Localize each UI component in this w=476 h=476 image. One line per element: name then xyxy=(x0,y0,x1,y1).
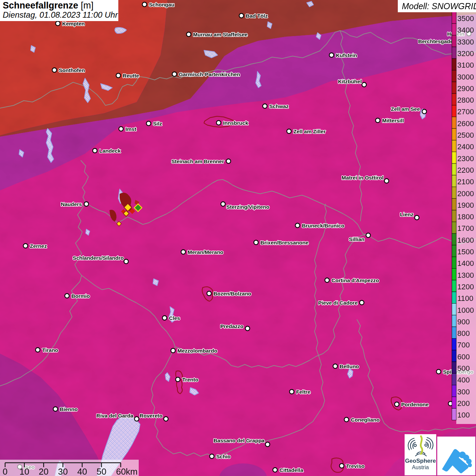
city-dot xyxy=(56,21,60,26)
legend-value-label: 300 xyxy=(457,388,470,396)
legend-value-label: 1600 xyxy=(457,236,474,244)
city-dot xyxy=(422,109,427,114)
city-dot xyxy=(254,240,258,245)
city-dot xyxy=(395,402,399,407)
legend-color-segment xyxy=(452,105,456,117)
city-dot xyxy=(65,294,69,298)
model-box: Modell: SNOWGRID xyxy=(398,0,476,12)
legend-color-segment xyxy=(452,350,456,362)
city-dot xyxy=(376,118,380,123)
city-dot xyxy=(124,259,129,264)
city-dot xyxy=(52,68,57,72)
city-label: Cles xyxy=(169,315,180,321)
city-dot xyxy=(239,14,244,18)
city-label: Bassano del Grappa xyxy=(214,438,265,443)
legend-value-label: 2900 xyxy=(457,84,474,93)
scale-bar: 0102030405060km xyxy=(0,460,139,476)
scalebar-label: 10 xyxy=(19,466,29,476)
city-label: Zell am See xyxy=(391,106,420,112)
legend-value-label: 2300 xyxy=(457,154,474,163)
city-label: Silz xyxy=(153,121,162,126)
legend-color-segment xyxy=(452,408,456,420)
legend-colorbar xyxy=(452,12,456,420)
city-dot xyxy=(437,370,441,374)
city-label: Mezzolombardo xyxy=(177,348,217,354)
city-dot xyxy=(366,233,371,238)
geosphere-name: GeoSphere xyxy=(405,458,436,464)
map-title-text: Schneefallgrenze xyxy=(3,0,78,11)
city-label: Schwaz xyxy=(269,103,289,109)
legend-value-label: 1100 xyxy=(457,294,473,303)
city-label: Matrei in Osttirol xyxy=(342,175,384,181)
city-dot xyxy=(23,244,28,248)
geosphere-icon xyxy=(405,434,436,457)
city-label: Treviso xyxy=(346,463,364,469)
city-dot xyxy=(333,364,338,369)
legend-color-segment xyxy=(452,280,456,292)
city-dot xyxy=(171,348,175,353)
city-dot xyxy=(360,301,364,305)
legend-color-segment xyxy=(452,397,456,408)
city-label: Imst xyxy=(125,126,136,132)
city-label: Bienno xyxy=(60,406,78,412)
legend-value-label: 500 xyxy=(457,364,470,373)
mountain-logo xyxy=(437,437,475,475)
city-dot xyxy=(340,464,344,468)
geosphere-icon-green-curve xyxy=(421,436,422,454)
city-label: Murnau am Staffelsee xyxy=(193,32,248,37)
legend-color-segment xyxy=(452,327,456,338)
legend-value-label: 2500 xyxy=(457,131,474,139)
legend-value-label: 900 xyxy=(457,318,470,326)
legend-color-segment xyxy=(452,35,456,47)
city-dot xyxy=(164,417,168,421)
city-label: Bozen/Bolzano xyxy=(214,291,251,296)
legend-color-segment xyxy=(452,70,456,82)
city-label: Riva del Garda xyxy=(96,413,133,419)
legend-value-label: 2400 xyxy=(457,142,474,151)
legend-value-label: 3300 xyxy=(457,38,474,46)
city-dot xyxy=(163,316,167,320)
city-label: Lienz xyxy=(400,211,413,217)
legend-color-segment xyxy=(452,373,456,385)
city-dot xyxy=(385,179,389,183)
legend-value-label: 2800 xyxy=(457,96,474,104)
legend-value-label: 1000 xyxy=(457,306,474,314)
city-dot xyxy=(147,121,151,126)
city-label: Bruneck/Brunico xyxy=(302,223,344,228)
legend-color-segment xyxy=(452,292,456,303)
city-label: Kempten xyxy=(62,21,85,27)
city-dot xyxy=(273,468,277,472)
city-label: Zell am Ziller xyxy=(293,129,326,134)
city-label: Zernez xyxy=(30,243,47,249)
legend-color-segment xyxy=(452,222,456,233)
legend-value-label: 3400 xyxy=(457,26,474,34)
legend-value-label: 600 xyxy=(457,353,470,361)
city-label: Bad Tölz xyxy=(246,13,268,19)
legend-color-segment xyxy=(452,245,456,257)
legend-value-label: 1800 xyxy=(457,213,474,221)
city-label: Cittadella xyxy=(279,467,303,473)
city-dot xyxy=(329,53,334,57)
legend-color-segment xyxy=(452,47,456,58)
city-dot xyxy=(119,127,123,131)
legend-color-segment xyxy=(452,269,456,280)
city-dot xyxy=(266,442,270,447)
city-dot xyxy=(263,104,267,108)
legend-value-label: 1500 xyxy=(457,248,474,256)
legend-color-segment xyxy=(452,304,456,315)
city-dot xyxy=(295,223,300,228)
city-label: Mittersill xyxy=(382,118,404,123)
legend-color-segment xyxy=(452,210,456,222)
city-label: Reutte xyxy=(123,73,139,79)
city-label: Pieve di Cadore xyxy=(318,300,358,306)
legend-value-label: 1900 xyxy=(457,201,474,209)
map-title-unit: [m] xyxy=(81,0,94,11)
legend-value-label: 2100 xyxy=(457,177,474,186)
legend-color-segment xyxy=(452,58,456,70)
city-label: Kufstein xyxy=(336,52,357,58)
legend-value-label: 2600 xyxy=(457,119,474,128)
map-title: Schneefallgrenze [m] xyxy=(3,0,118,11)
city-label: Schongau xyxy=(149,2,174,7)
city-label: Cortina d'Ampezzo xyxy=(332,277,379,283)
legend-value-label: 3200 xyxy=(457,49,474,58)
